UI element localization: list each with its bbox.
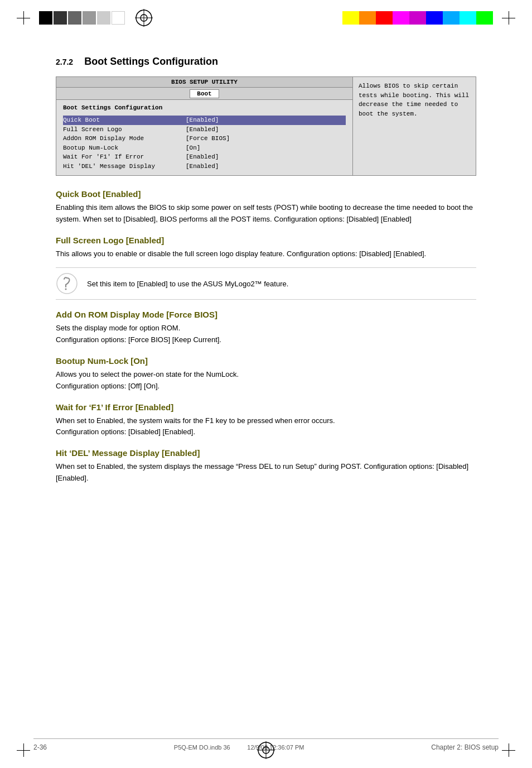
note-icon <box>56 272 78 295</box>
bar-cyan <box>460 11 476 25</box>
bar-green <box>476 11 493 25</box>
bios-header: BIOS SETUP UTILITY <box>56 77 352 88</box>
bottom-marks <box>0 740 532 760</box>
bios-menu-label: Full Screen Logo <box>63 125 186 135</box>
bar-blue <box>426 11 443 25</box>
bios-menu-item[interactable]: Hit 'DEL' Message Display[Enabled] <box>63 162 346 171</box>
subsection-title-bootup-num-lock: Bootup Num-Lock [On] <box>56 356 476 366</box>
reg-mark-bottom-center <box>256 740 276 760</box>
subsection-body-full-screen-logo: This allows you to enable or disable the… <box>56 248 476 260</box>
bar-orange <box>359 11 376 25</box>
bios-menu-item[interactable]: Full Screen Logo[Enabled] <box>63 125 346 135</box>
color-bars-right <box>342 11 515 25</box>
color-bars-left <box>39 11 125 25</box>
subsection-body-hit-del: When set to Enabled, the system displays… <box>56 461 476 484</box>
bios-menu-item[interactable]: Wait For 'F1' If Error[Enabled] <box>63 152 346 162</box>
subsection-title-addon-rom: Add On ROM Display Mode [Force BIOS] <box>56 310 476 319</box>
bios-tab-boot[interactable]: Boot <box>190 89 219 98</box>
bios-menu-value: [On] <box>186 143 200 153</box>
subsection-title-wait-f1: Wait for ‘F1’ If Error [Enabled] <box>56 402 476 412</box>
main-content: 2.7.2 Boot Settings Configuration BIOS S… <box>33 56 499 484</box>
bios-tab-bar: Boot <box>56 88 352 100</box>
bios-menu-label: Wait For 'F1' If Error <box>63 152 186 162</box>
subsection-body-quick-boot: Enabling this item allows the BIOS to sk… <box>56 202 476 225</box>
bar-dark <box>54 11 67 25</box>
section-number: 2.7.2 <box>56 57 73 66</box>
bios-menu-item[interactable]: Quick Boot[Enabled] <box>63 116 346 125</box>
section-heading: 2.7.2 Boot Settings Configuration <box>56 56 476 68</box>
crop-mark-bottom-left <box>17 743 30 757</box>
bar-mid <box>68 11 81 25</box>
subsection-body-wait-f1: When set to Enabled, the system waits fo… <box>56 415 476 439</box>
bios-menu-value: [Force BIOS] <box>186 134 230 143</box>
note-box: Set this item to [Enabled] to use the AS… <box>56 267 476 300</box>
bios-screenshot: BIOS SETUP UTILITY Boot Boot Settings Co… <box>56 76 476 176</box>
bios-menu-value: [Enabled] <box>186 116 219 125</box>
bios-menu-item[interactable]: Bootup Num-Lock[On] <box>63 143 346 153</box>
section-title: Boot Settings Configuration <box>84 56 218 68</box>
subsection-title-full-screen-logo: Full Screen Logo [Enabled] <box>56 236 476 245</box>
bar-yellow <box>342 11 359 25</box>
page-wrapper: 2.7.2 Boot Settings Configuration BIOS S… <box>0 0 532 768</box>
bios-help-panel: Allows BIOS to skip certain tests while … <box>353 77 476 175</box>
subsection-body-addon-rom: Sets the display mode for option ROM.Con… <box>56 323 476 346</box>
bios-content: Boot Settings Configuration Quick Boot[E… <box>56 100 352 175</box>
bios-menu-list: Quick Boot[Enabled]Full Screen Logo[Enab… <box>63 116 346 171</box>
bios-menu-label: AddOn ROM Display Mode <box>63 134 186 143</box>
bios-menu-value: [Enabled] <box>186 162 219 171</box>
bar-cyan-blue <box>443 11 460 25</box>
bios-menu-label: Bootup Num-Lock <box>63 143 186 153</box>
subsection-title-hit-del: Hit ‘DEL’ Message Display [Enabled] <box>56 448 476 458</box>
bios-menu-item[interactable]: AddOn ROM Display Mode[Force BIOS] <box>63 134 346 143</box>
bar-magenta <box>393 11 409 25</box>
crop-mark-top-right <box>502 11 515 25</box>
bar-light <box>83 11 96 25</box>
bios-menu-label: Quick Boot <box>63 116 186 125</box>
subsection-body-bootup-num-lock: Allows you to select the power-on state … <box>56 369 476 392</box>
bar-lighter <box>97 11 110 25</box>
bios-menu-label: Hit 'DEL' Message Display <box>63 162 186 171</box>
bios-menu-value: [Enabled] <box>186 125 219 135</box>
note-text: Set this item to [Enabled] to use the AS… <box>87 279 288 290</box>
bar-purple <box>409 11 426 25</box>
bios-menu-value: [Enabled] <box>186 152 219 162</box>
bar-red <box>376 11 393 25</box>
bar-white <box>112 11 125 25</box>
svg-point-5 <box>65 289 67 290</box>
bios-left-panel: BIOS SETUP UTILITY Boot Boot Settings Co… <box>56 77 353 175</box>
top-bar <box>0 8 532 28</box>
crop-mark-bottom-right <box>502 743 515 757</box>
bios-section-title: Boot Settings Configuration <box>63 104 346 111</box>
crop-mark-top-left <box>17 11 30 25</box>
bar-black <box>39 11 52 25</box>
subsection-title-quick-boot: Quick Boot [Enabled] <box>56 189 476 199</box>
reg-mark-center <box>134 8 154 28</box>
subsections-container: Quick Boot [Enabled]Enabling this item a… <box>56 189 476 484</box>
